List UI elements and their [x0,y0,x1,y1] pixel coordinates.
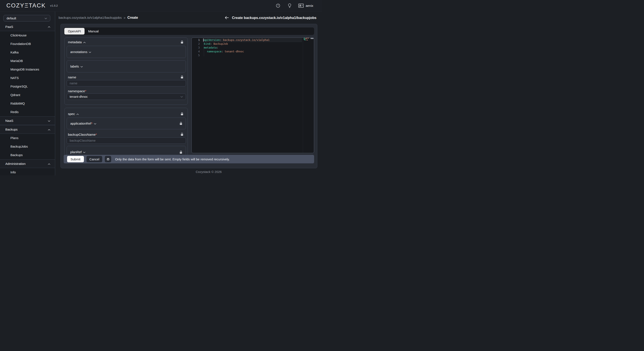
submit-button[interactable]: Submit [67,156,84,162]
annotations-label: annotations [70,50,87,54]
chevron-down-icon [83,150,86,154]
required-marker: * [85,89,86,93]
editor-code-area: 1apiVersion: backups.cozystack.io/v1alph… [192,38,302,57]
breadcrumb-parent-link[interactable]: backups.cozystack.io/v1alpha1/backupjobs [58,16,122,20]
context-select[interactable]: default [4,15,50,22]
sidebar-item-redis[interactable]: Redis [0,108,55,116]
application-ref-label: applicationRef* [70,122,92,126]
chevron-down-icon [180,95,183,98]
metadata-section-label: metadata [68,40,82,44]
spec-section-toggle[interactable]: spec [68,112,79,116]
sidebar-nav: PaaSClickHouseFoundationDBKafkaMariaDBMo… [0,22,55,176]
unlock-icon[interactable] [180,133,183,136]
labels-expander[interactable]: labels [67,60,186,72]
chevron-down-icon [89,50,91,54]
annotations-expander[interactable]: annotations [67,46,186,58]
sidebar-item-mongodb-instances[interactable]: MongoDB Instances [0,65,55,74]
backup-class-name-input[interactable] [67,138,186,144]
sidebar-item-foundationdb[interactable]: FoundationDB [0,40,55,48]
editor-minimap[interactable] [303,38,314,153]
topbar-actions: ? aenix [276,4,313,8]
cancel-button[interactable]: Cancel [86,156,102,162]
line-number: 3 [192,46,200,50]
sidebar-item-nats[interactable]: NATS [0,74,55,82]
metadata-panel: metadata annotations [64,38,188,105]
sidebar-item-postgresql[interactable]: PostgreSQL [0,82,55,91]
editor-line: 2kind: BackupJob [192,42,302,46]
main-content: backups.cozystack.io/v1alpha1/backupjobs… [55,12,322,176]
namespace-select[interactable]: tenant-dhnoc [67,94,186,100]
app-logo: COZYΞTACK [6,2,46,9]
unlock-icon[interactable] [180,40,183,44]
sidebar-items-paas: ClickHouseFoundationDBKafkaMariaDBMongoD… [0,31,55,116]
chevron-up-icon [48,162,50,166]
unlock-icon[interactable] [180,76,183,78]
sidebar-item-info[interactable]: Info [0,168,55,176]
line-number: 4 [192,50,200,54]
user-menu[interactable]: aenix [298,4,313,8]
top-bar: COZYΞTACK v1.0.2 ? aenix [0,0,322,12]
name-input[interactable] [67,80,186,86]
sidebar-section-naas[interactable]: NaaS [0,116,55,125]
breadcrumb: backups.cozystack.io/v1alpha1/backupjobs… [55,12,322,24]
unlock-icon[interactable] [180,150,182,154]
sidebar-item-backups[interactable]: Backups [0,151,55,159]
unlock-icon[interactable] [180,122,182,125]
sidebar-item-mariadb[interactable]: MariaDB [0,57,55,65]
editor-cursor [203,38,204,42]
sidebar-items-administration: Info [0,168,55,176]
namespace-field-label: namespace* [68,89,86,93]
sidebar-items-backups: PlansBackupJobsBackups [0,134,55,159]
sidebar: default PaaSClickHouseFoundationDBKafkaM… [0,12,55,176]
form-mode-tabs: OpenAPIManual [64,28,314,35]
sidebar-item-clickhouse[interactable]: ClickHouse [0,31,55,40]
spec-panel: spec applicationRef* [64,108,188,155]
sidebar-section-paas[interactable]: PaaS [0,22,55,31]
theme-bulb-icon[interactable] [288,4,291,8]
chevron-down-icon [44,16,47,20]
chevron-up-icon [83,40,86,44]
context-select-value: default [6,16,16,20]
spec-section-label: spec [68,112,75,116]
sidebar-section-administration[interactable]: Administration [0,159,55,168]
sidebar-section-label: PaaS [5,25,13,28]
svg-text:?: ? [278,4,279,7]
sidebar-item-backupjobs[interactable]: BackupJobs [0,142,55,151]
editor-line: 4 namespace: tenant-dhnoc [192,50,302,54]
form-column: metadata annotations [64,38,188,155]
line-number: 1 [192,38,200,42]
yaml-editor[interactable]: 1apiVersion: backups.cozystack.io/v1alph… [192,38,314,153]
sidebar-item-rabbitmq[interactable]: RabbitMQ [0,99,55,108]
help-icon[interactable]: ? [276,4,280,8]
back-arrow-icon[interactable] [225,16,229,20]
chevron-down-icon [80,64,83,68]
application-ref-expander[interactable]: applicationRef* [67,118,186,129]
sidebar-item-kafka[interactable]: Kafka [0,48,55,57]
editor-line: 1apiVersion: backups.cozystack.io/v1alph… [192,38,302,42]
plan-ref-expander[interactable]: planRef [67,146,186,155]
tab-manual[interactable]: Manual [84,28,102,34]
bug-icon [106,158,110,161]
form-note: Only the data from the form will be sent… [115,158,230,161]
metadata-section-toggle[interactable]: metadata [68,40,86,44]
chevron-down-icon [48,119,50,123]
debug-button[interactable] [105,156,111,162]
action-bar: Submit Cancel Only the data from the for… [64,155,314,163]
tab-openapi[interactable]: OpenAPI [64,28,84,34]
name-field-label: name [68,76,76,79]
sidebar-section-backups[interactable]: Backups [0,125,55,134]
create-form-card: OpenAPIManual metadata annotations [60,24,317,168]
unlock-icon[interactable] [180,112,183,116]
breadcrumb-separator: > [124,16,126,20]
sidebar-section-label: Backups [5,128,18,131]
chevron-up-icon [76,112,79,116]
plan-ref-label: planRef [70,150,82,154]
line-number: 2 [192,42,200,46]
sidebar-item-qdrant[interactable]: Qdrant [0,91,55,99]
chevron-down-icon [94,122,96,126]
sidebar-item-plans[interactable]: Plans [0,134,55,142]
editor-line: 3metadata: [192,46,302,50]
chevron-up-icon [48,128,50,132]
labels-label: labels [70,64,79,68]
minimap-slider[interactable] [310,38,314,39]
